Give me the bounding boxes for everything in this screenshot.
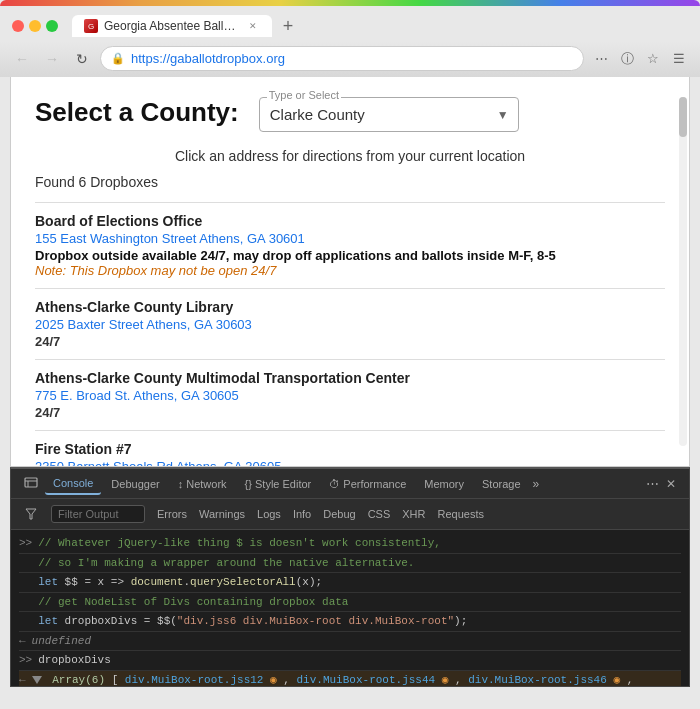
divider-3 <box>35 359 665 360</box>
console-text-1: // Whatever jQuery-like thing $ is doesn… <box>38 535 441 552</box>
toolbar-right: ⋯ ⓘ ☆ ☰ <box>590 48 690 70</box>
devtools-panel: Console Debugger ↕ Network {} Style Edit… <box>10 467 690 687</box>
filter-debug[interactable]: Debug <box>319 507 359 521</box>
page-scrollbar[interactable] <box>679 97 687 446</box>
location-address-3[interactable]: 775 E. Broad St. Athens, GA 30605 <box>35 388 665 403</box>
back-button[interactable]: ← <box>10 47 34 71</box>
console-prompt-3 <box>19 574 32 591</box>
fullscreen-window-button[interactable] <box>46 20 58 32</box>
console-line-1: >> // Whatever jQuery-like thing $ is do… <box>19 534 681 554</box>
select-label: Type or Select <box>267 89 341 101</box>
location-address-4[interactable]: 2350 Barnett Shoals Rd Athens, GA 30605 <box>35 459 665 467</box>
console-text-2: // so I'm making a wrapper around the na… <box>38 555 414 572</box>
filter-requests[interactable]: Requests <box>434 507 488 521</box>
tab-storage[interactable]: Storage <box>474 474 529 494</box>
filter-tags: Errors Warnings Logs Info Debug CSS XHR … <box>153 507 488 521</box>
browser-window: G Georgia Absentee Ballot Drop... ✕ + ← … <box>0 0 700 687</box>
svg-rect-0 <box>25 478 37 487</box>
location-item-2: Athens-Clarke County Library 2025 Baxter… <box>35 299 665 349</box>
county-select[interactable]: Clarke County <box>259 97 519 132</box>
page-content: Select a County: Type or Select Clarke C… <box>10 77 690 467</box>
console-prompt-4 <box>19 594 32 611</box>
info-button[interactable]: ⓘ <box>616 48 638 70</box>
tab-favicon: G <box>84 19 98 33</box>
filter-input[interactable] <box>58 508 138 520</box>
location-hours-2: 24/7 <box>35 334 665 349</box>
devtools-close-button[interactable]: ✕ <box>661 474 681 494</box>
address-bar-row: ← → ↻ 🔒 https://gaballotdropbox.org ⋯ ⓘ … <box>0 42 700 77</box>
console-line-4: // get NodeList of Divs containing dropb… <box>19 593 681 613</box>
tab-memory[interactable]: Memory <box>416 474 472 494</box>
filter-xhr[interactable]: XHR <box>398 507 429 521</box>
console-line-5: let dropboxDivs = $$("div.jss6 div.MuiBo… <box>19 612 681 632</box>
console-line-6: ← undefined <box>19 632 681 652</box>
extensions-button[interactable]: ⋯ <box>590 48 612 70</box>
minimize-window-button[interactable] <box>29 20 41 32</box>
console-text-4: // get NodeList of Divs containing dropb… <box>38 594 348 611</box>
console-line-3: let $$ = x => document.querySelectorAll(… <box>19 573 681 593</box>
location-name-4: Fire Station #7 <box>35 441 665 457</box>
bookmark-button[interactable]: ☆ <box>642 48 664 70</box>
inspector-icon-button[interactable] <box>19 472 43 496</box>
page-title: Select a County: <box>35 97 239 128</box>
page-inner: Select a County: Type or Select Clarke C… <box>11 77 689 467</box>
console-text-5: let dropboxDivs = $$("div.jss6 div.MuiBo… <box>38 613 467 630</box>
svg-marker-3 <box>26 509 36 519</box>
county-selector-row: Select a County: Type or Select Clarke C… <box>35 97 665 132</box>
active-tab[interactable]: G Georgia Absentee Ballot Drop... ✕ <box>72 15 272 37</box>
devtools-options-button[interactable]: ⋯ <box>646 476 659 491</box>
traffic-lights <box>12 20 58 32</box>
tab-network[interactable]: ↕ Network <box>170 474 235 494</box>
location-item-4: Fire Station #7 2350 Barnett Shoals Rd A… <box>35 441 665 467</box>
tab-style-editor[interactable]: {} Style Editor <box>237 474 320 494</box>
tab-performance[interactable]: ⏱ Performance <box>321 474 414 494</box>
location-hours-3: 24/7 <box>35 405 665 420</box>
console-prompt-8: ← <box>19 672 26 688</box>
console-prompt-7: >> <box>19 652 32 669</box>
location-name-1: Board of Elections Office <box>35 213 665 229</box>
divider-2 <box>35 288 665 289</box>
filter-input-wrap <box>51 505 145 523</box>
lock-icon: 🔒 <box>111 52 125 65</box>
scrollbar-thumb[interactable] <box>679 97 687 137</box>
devtools-console: >> // Whatever jQuery-like thing $ is do… <box>11 530 689 687</box>
tab-console[interactable]: Console <box>45 473 101 495</box>
filter-errors[interactable]: Errors <box>153 507 191 521</box>
filter-logs[interactable]: Logs <box>253 507 285 521</box>
location-note-1: Note: This Dropbox may not be open 24/7 <box>35 263 665 278</box>
tab-title: Georgia Absentee Ballot Drop... <box>104 19 240 33</box>
filter-warnings[interactable]: Warnings <box>195 507 249 521</box>
console-prompt-2 <box>19 555 32 572</box>
console-prompt-6: ← <box>19 633 26 650</box>
close-window-button[interactable] <box>12 20 24 32</box>
county-select-container: Type or Select Clarke County ▼ <box>259 97 519 132</box>
filter-info[interactable]: Info <box>289 507 315 521</box>
divider-4 <box>35 430 665 431</box>
location-address-1[interactable]: 155 East Washington Street Athens, GA 30… <box>35 231 665 246</box>
console-text-3: let $$ = x => document.querySelectorAll(… <box>38 574 322 591</box>
console-line-8: ← Array(6) [ div.MuiBox-root.jss12 ◉ , d… <box>19 671 681 688</box>
new-tab-button[interactable]: + <box>276 14 300 38</box>
location-address-2[interactable]: 2025 Baxter Street Athens, GA 30603 <box>35 317 665 332</box>
forward-button[interactable]: → <box>40 47 64 71</box>
filter-css[interactable]: CSS <box>364 507 395 521</box>
console-prompt-1: >> <box>19 535 32 552</box>
tab-close-button[interactable]: ✕ <box>246 19 260 33</box>
tab-debugger[interactable]: Debugger <box>103 474 167 494</box>
devtools-toolbar: Console Debugger ↕ Network {} Style Edit… <box>11 469 689 499</box>
menu-button[interactable]: ☰ <box>668 48 690 70</box>
divider-1 <box>35 202 665 203</box>
console-text-8: Array(6) [ div.MuiBox-root.jss12 ◉ , div… <box>32 672 681 688</box>
more-tabs-button[interactable]: » <box>533 477 540 491</box>
location-item-1: Board of Elections Office 155 East Washi… <box>35 213 665 278</box>
found-dropboxes-text: Found 6 Dropboxes <box>35 174 665 190</box>
refresh-button[interactable]: ↻ <box>70 47 94 71</box>
location-item-3: Athens-Clarke County Multimodal Transpor… <box>35 370 665 420</box>
location-name-2: Athens-Clarke County Library <box>35 299 665 315</box>
filter-icon <box>19 502 43 526</box>
devtools-filter-bar: Errors Warnings Logs Info Debug CSS XHR … <box>11 499 689 530</box>
directions-subtitle: Click an address for directions from you… <box>35 148 665 164</box>
url-text: https://gaballotdropbox.org <box>131 51 285 66</box>
array-expand-icon[interactable] <box>32 676 42 684</box>
address-bar[interactable]: 🔒 https://gaballotdropbox.org <box>100 46 584 71</box>
